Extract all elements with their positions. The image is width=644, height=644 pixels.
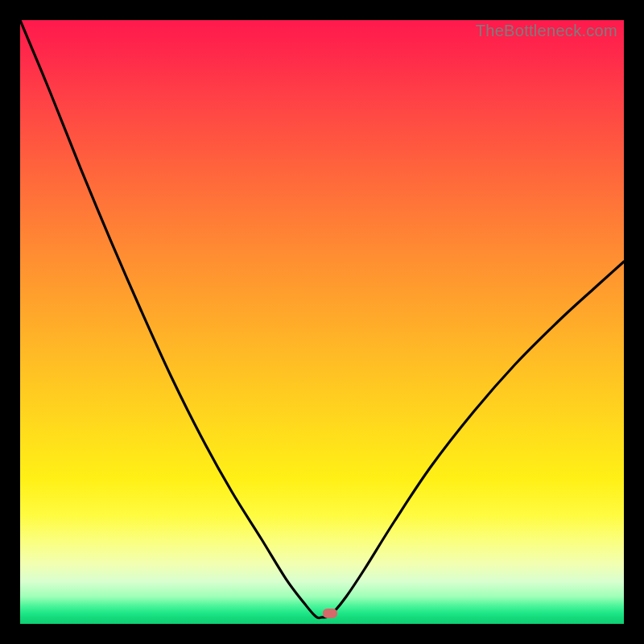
optimal-point-marker bbox=[323, 609, 337, 618]
plot-area: TheBottleneck.com bbox=[20, 20, 624, 624]
bottleneck-curve bbox=[20, 20, 624, 624]
chart-frame: TheBottleneck.com bbox=[0, 0, 644, 644]
